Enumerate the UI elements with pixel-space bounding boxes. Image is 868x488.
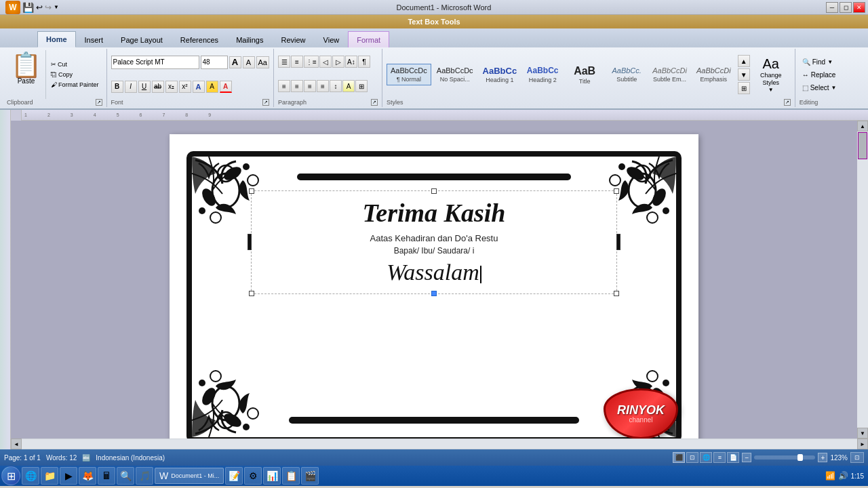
taskbar-media-button[interactable]: ▶ bbox=[60, 467, 77, 485]
bold-button[interactable]: B bbox=[111, 81, 123, 93]
align-center-button[interactable]: ≡ bbox=[291, 80, 303, 92]
document-viewport[interactable]: Terima Kasih Aatas Kehadiran dan Do'a Re… bbox=[11, 121, 857, 439]
tab-review[interactable]: Review bbox=[272, 31, 314, 47]
justify-button[interactable]: ≡ bbox=[317, 80, 329, 92]
select-button[interactable]: ⬚ Select ▼ bbox=[800, 83, 852, 93]
fit-window-button[interactable]: ⊡ bbox=[850, 452, 864, 463]
taskbar-app3-button[interactable]: ⚙ bbox=[244, 467, 262, 485]
taskbar-player-button[interactable]: 🎵 bbox=[136, 467, 153, 485]
multilevel-button[interactable]: ⋮≡ bbox=[304, 56, 319, 68]
taskbar-folder-button[interactable]: 📁 bbox=[41, 467, 58, 485]
scroll-left-button[interactable]: ◄ bbox=[11, 439, 22, 449]
undo-quick-btn[interactable]: ↩ bbox=[36, 3, 43, 12]
start-button[interactable]: ⊞ bbox=[1, 466, 20, 485]
handle-bl[interactable] bbox=[249, 291, 254, 296]
underline-button[interactable]: U bbox=[138, 81, 151, 93]
full-screen-button[interactable]: ⊡ bbox=[686, 452, 698, 463]
styles-scroll-down[interactable]: ▼ bbox=[738, 68, 750, 81]
draft-button[interactable]: 📄 bbox=[727, 452, 739, 463]
customize-quick-btn[interactable]: ▼ bbox=[54, 4, 59, 10]
zoom-out-button[interactable]: − bbox=[742, 453, 751, 462]
increase-indent-button[interactable]: ▷ bbox=[332, 56, 344, 68]
outline-button[interactable]: ≡ bbox=[713, 452, 726, 463]
tab-format[interactable]: Format bbox=[348, 31, 389, 47]
font-expand-btn[interactable]: ↗ bbox=[262, 99, 269, 106]
paste-button[interactable]: 📋 Paste bbox=[7, 50, 46, 99]
tab-insert[interactable]: Insert bbox=[76, 31, 113, 47]
shading-button[interactable]: A bbox=[342, 80, 355, 92]
styles-scroll-up[interactable]: ▲ bbox=[738, 55, 750, 67]
handle-tm[interactable] bbox=[431, 188, 437, 194]
clipboard-expand-btn[interactable]: ↗ bbox=[96, 99, 102, 106]
scroll-up-button[interactable]: ▲ bbox=[857, 121, 868, 131]
tab-page-layout[interactable]: Page Layout bbox=[112, 31, 172, 47]
bullets-button[interactable]: ☰ bbox=[278, 56, 290, 68]
taskbar-app6-button[interactable]: 🎬 bbox=[301, 467, 319, 485]
clear-format-button[interactable]: Aa bbox=[256, 56, 269, 68]
strikethrough-button[interactable]: ab bbox=[152, 81, 164, 93]
style-emphasis[interactable]: AaBbCcDi Emphasis bbox=[692, 64, 735, 85]
borders-button[interactable]: ⊞ bbox=[355, 80, 368, 92]
style-subtitle[interactable]: AaBbCc. Subtitle bbox=[606, 64, 647, 85]
taskbar-app5-button[interactable]: 📋 bbox=[282, 467, 300, 485]
vertical-scrollbar[interactable]: ▲ ▼ bbox=[857, 121, 868, 439]
replace-button[interactable]: ↔ Replace bbox=[800, 70, 852, 80]
web-layout-button[interactable]: 🌐 bbox=[700, 452, 712, 463]
save-quick-btn[interactable]: 💾 bbox=[22, 2, 34, 13]
taskbar-app4-button[interactable]: 📊 bbox=[263, 467, 281, 485]
tab-references[interactable]: References bbox=[172, 31, 227, 47]
find-button[interactable]: 🔍 Find ▼ bbox=[800, 57, 852, 67]
handle-tr[interactable] bbox=[614, 188, 619, 194]
style-subtle-em[interactable]: AaBbCcDi Subtle Em... bbox=[648, 64, 691, 85]
styles-more[interactable]: ⊞ bbox=[738, 82, 750, 94]
handle-bm[interactable] bbox=[431, 291, 437, 296]
scroll-down-button[interactable]: ▼ bbox=[857, 428, 868, 439]
taskbar-search-button[interactable]: 🔍 bbox=[117, 467, 134, 485]
taskbar-volume-icon[interactable]: 🔊 bbox=[838, 471, 848, 481]
line-spacing-button[interactable]: ↕ bbox=[330, 80, 342, 92]
tab-home[interactable]: Home bbox=[37, 31, 76, 47]
decrease-indent-button[interactable]: ◁ bbox=[319, 56, 332, 68]
handle-tl[interactable] bbox=[249, 188, 254, 194]
cut-button[interactable]: ✂ Cut bbox=[49, 60, 101, 68]
font-name-input[interactable] bbox=[111, 56, 199, 69]
taskbar-calc-button[interactable]: 🖩 bbox=[98, 467, 115, 485]
paragraph-expand-btn[interactable]: ↗ bbox=[371, 99, 378, 106]
redo-quick-btn[interactable]: ↪ bbox=[45, 3, 52, 12]
zoom-slider-thumb[interactable] bbox=[797, 454, 803, 461]
taskbar-word-app-btn[interactable]: W Document1 - Mi... bbox=[155, 468, 224, 484]
style-heading2[interactable]: AaBbCc Heading 2 bbox=[522, 63, 563, 85]
style-heading1[interactable]: AaBbCc Heading 1 bbox=[479, 63, 521, 87]
grow-font-button[interactable]: A bbox=[229, 56, 241, 68]
highlight-button[interactable]: A bbox=[206, 81, 218, 93]
show-formatting-button[interactable]: ¶ bbox=[358, 56, 370, 68]
handle-br[interactable] bbox=[614, 291, 619, 296]
handle-lm[interactable] bbox=[248, 234, 252, 250]
zoom-slider[interactable] bbox=[754, 455, 815, 460]
subscript-button[interactable]: x₂ bbox=[165, 81, 178, 93]
taskbar-network-icon[interactable]: 📶 bbox=[825, 471, 835, 481]
shrink-font-button[interactable]: A bbox=[243, 56, 255, 68]
scroll-track[interactable] bbox=[857, 131, 868, 428]
align-left-button[interactable]: ≡ bbox=[278, 80, 290, 92]
office-button[interactable]: W bbox=[5, 1, 20, 14]
print-layout-button[interactable]: ⬛ bbox=[673, 452, 685, 463]
sort-button[interactable]: A↕ bbox=[345, 56, 357, 68]
zoom-in-button[interactable]: + bbox=[818, 453, 827, 462]
copy-button[interactable]: ⿻ Copy bbox=[49, 70, 101, 79]
align-right-button[interactable]: ≡ bbox=[304, 80, 316, 92]
spell-check-icon[interactable]: 🔤 bbox=[82, 454, 90, 462]
document-scroll-area[interactable]: Terima Kasih Aatas Kehadiran dan Do'a Re… bbox=[11, 121, 868, 439]
scroll-thumb[interactable] bbox=[858, 132, 867, 159]
textbox-selected[interactable]: Terima Kasih Aatas Kehadiran dan Do'a Re… bbox=[251, 190, 616, 294]
restore-button[interactable]: ◻ bbox=[840, 2, 852, 13]
font-color-button[interactable]: A bbox=[220, 81, 232, 93]
minimize-button[interactable]: ─ bbox=[826, 2, 838, 13]
style-no-spacing[interactable]: AaBbCcDc No Spaci... bbox=[433, 64, 477, 85]
taskbar-firefox-button[interactable]: 🦊 bbox=[79, 467, 96, 485]
scroll-right-button[interactable]: ► bbox=[857, 439, 868, 449]
taskbar-app2-button[interactable]: 📝 bbox=[225, 467, 243, 485]
taskbar-ie-button[interactable]: 🌐 bbox=[22, 467, 39, 485]
style-title[interactable]: AaB Title bbox=[564, 62, 605, 87]
horizontal-scrollbar[interactable]: ◄ ► bbox=[11, 439, 868, 449]
